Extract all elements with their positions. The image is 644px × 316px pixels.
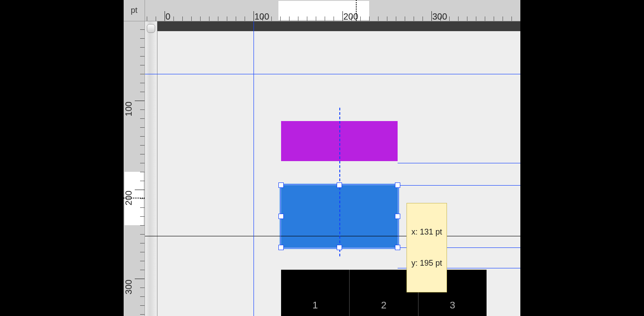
h-ruler-ticks: 0100200300400 (145, 0, 520, 21)
selection-handle-se[interactable] (395, 245, 400, 250)
exterior-line-b (520, 261, 532, 261)
ruler-unit-label: pt (131, 6, 137, 15)
h-ruler-label: 300 (432, 12, 447, 21)
selection-handle-nw[interactable] (278, 182, 284, 188)
cell-label: 3 (450, 300, 455, 311)
h-ruler-cursor-mark (356, 0, 357, 21)
coordinate-tooltip: x: 131 pt y: 195 pt (407, 203, 447, 292)
page-edge-bar (157, 21, 520, 31)
smart-guide-top-edge (398, 163, 520, 163)
cell-label: 1 (313, 300, 318, 311)
selection-handle-e[interactable] (395, 214, 400, 219)
h-ruler-label: 0 (165, 12, 170, 21)
selection-handle-w[interactable] (278, 214, 284, 219)
vertical-ruler[interactable]: 100200300 (124, 21, 145, 316)
cell-label: 2 (381, 300, 386, 311)
selection-handle-s[interactable] (337, 245, 342, 250)
selection-handle-n[interactable] (337, 182, 342, 188)
selection-handle-ne[interactable] (395, 182, 400, 188)
v-ruler-label: 100 (124, 101, 134, 116)
v-ruler-cursor-mark (124, 198, 145, 199)
horizontal-guide-black[interactable] (145, 236, 520, 236)
tooltip-y-line: y: 195 pt (411, 258, 442, 268)
tooltip-x-line: x: 131 pt (411, 227, 442, 237)
canvas-wrap: x: 131 pt y: 195 pt 1 2 3 (145, 21, 520, 316)
scrollbar-thumb[interactable] (147, 24, 155, 33)
vertical-guide[interactable] (254, 21, 254, 316)
black-cell-row[interactable]: 1 2 3 (281, 270, 487, 316)
ruler-unit-box[interactable]: pt (124, 0, 145, 21)
canvas[interactable]: x: 131 pt y: 195 pt 1 2 3 (157, 31, 520, 316)
black-cell-1[interactable]: 1 (281, 270, 350, 316)
smart-guide-sel-top (398, 185, 520, 186)
vertical-scrollbar[interactable] (145, 21, 157, 316)
exterior-line-a (520, 158, 532, 159)
horizontal-ruler[interactable]: 0100200300400 (145, 0, 520, 21)
h-ruler-label: 100 (254, 12, 269, 21)
smart-guide-center-vertical (339, 108, 340, 256)
horizontal-guide-blue[interactable] (145, 74, 520, 74)
v-ruler-label: 300 (124, 280, 134, 294)
selection-handle-sw[interactable] (278, 245, 284, 250)
editor-viewport: pt 0100200300400 100200300 (124, 0, 520, 316)
